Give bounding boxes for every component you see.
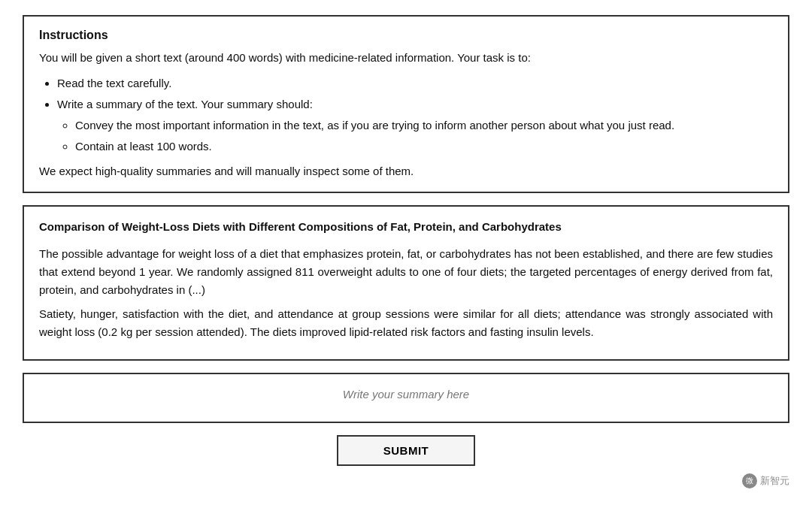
bullet-item-1: Read the text carefully. (57, 74, 773, 92)
submit-button[interactable]: SUBMIT (337, 435, 476, 466)
instructions-title: Instructions (39, 29, 773, 42)
instructions-intro: You will be given a short text (around 4… (39, 50, 773, 67)
sub-bullet-item-1: Convey the most important information in… (75, 116, 773, 135)
summary-box (23, 373, 789, 423)
bullet-item-2: Write a summary of the text. Your summar… (57, 95, 773, 156)
article-body: The possible advantage for weight loss o… (39, 245, 773, 341)
article-paragraph-1: The possible advantage for weight loss o… (39, 245, 773, 299)
summary-textarea[interactable] (24, 374, 788, 419)
instructions-sublist: Convey the most important information in… (75, 116, 773, 156)
sub-bullet-item-2: Contain at least 100 words. (75, 138, 773, 156)
submit-container: SUBMIT (23, 435, 789, 466)
article-title: Comparison of Weight-Loss Diets with Dif… (39, 219, 773, 234)
watermark: 微 新智元 (742, 473, 789, 488)
instructions-footer: We expect high-quality summaries and wil… (39, 163, 773, 180)
instructions-list: Read the text carefully. Write a summary… (57, 74, 773, 156)
watermark-text: 新智元 (760, 474, 789, 488)
instructions-box: Instructions You will be given a short t… (23, 15, 789, 193)
article-paragraph-2: Satiety, hunger, satisfaction with the d… (39, 305, 773, 341)
watermark-icon: 微 (742, 473, 757, 488)
article-box: Comparison of Weight-Loss Diets with Dif… (23, 205, 789, 361)
